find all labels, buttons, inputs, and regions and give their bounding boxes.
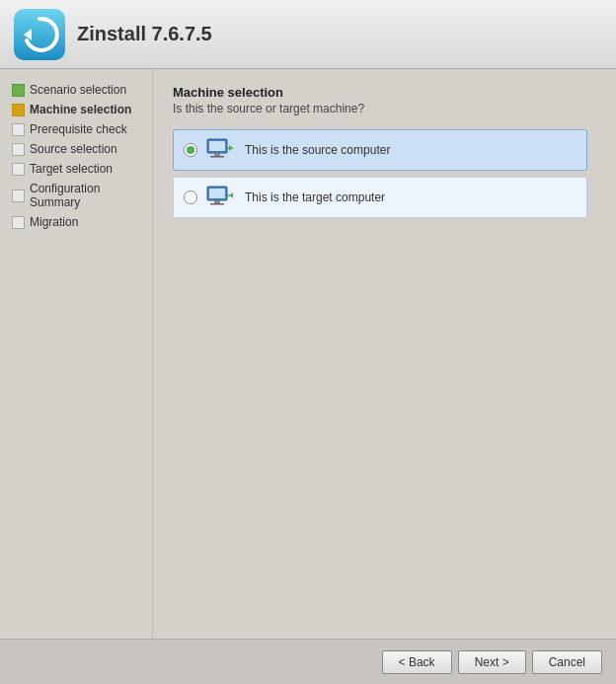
sidebar-item-scenario[interactable]: Scenario selection <box>8 81 144 99</box>
sidebar-item-migration[interactable]: Migration <box>8 213 144 231</box>
main-area: Scenario selection Machine selection Pre… <box>0 69 616 639</box>
radio-source <box>184 143 197 157</box>
svg-rect-11 <box>210 203 224 205</box>
header: Zinstall 7.6.7.5 <box>0 0 616 69</box>
back-button[interactable]: < Back <box>382 650 452 674</box>
sidebar-label-prerequisite: Prerequisite check <box>30 122 127 136</box>
computer-target-icon <box>205 186 235 209</box>
sidebar-label-scenario: Scenario selection <box>30 83 126 97</box>
sidebar-bullet-target <box>12 163 25 176</box>
footer: < Back Next > Cancel <box>0 639 616 684</box>
svg-rect-3 <box>209 141 225 151</box>
sidebar: Scenario selection Machine selection Pre… <box>0 69 153 639</box>
option-source[interactable]: This is the source computer <box>173 129 587 171</box>
sidebar-label-target: Target selection <box>30 162 113 176</box>
sidebar-label-migration: Migration <box>30 215 78 229</box>
sidebar-label-machine: Machine selection <box>30 103 131 116</box>
sidebar-bullet-prerequisite <box>12 123 25 136</box>
sidebar-item-config[interactable]: Configuration Summary <box>8 180 144 211</box>
option-source-label: This is the source computer <box>245 143 390 157</box>
app-logo <box>14 9 65 60</box>
content-area: Machine selection Is this the source or … <box>153 69 616 639</box>
content-title: Machine selection <box>173 85 596 100</box>
sidebar-item-machine[interactable]: Machine selection <box>8 101 144 118</box>
sidebar-label-config: Configuration Summary <box>30 182 140 209</box>
svg-rect-4 <box>214 153 220 156</box>
sidebar-item-prerequisite[interactable]: Prerequisite check <box>8 120 144 138</box>
sidebar-item-source[interactable]: Source selection <box>8 140 144 158</box>
sidebar-bullet-source <box>12 143 25 156</box>
sidebar-bullet-migration <box>12 216 25 229</box>
next-button[interactable]: Next > <box>458 650 526 674</box>
computer-source-icon <box>205 138 235 162</box>
svg-rect-5 <box>210 156 224 158</box>
cancel-button[interactable]: Cancel <box>532 650 602 674</box>
svg-rect-10 <box>214 200 220 203</box>
svg-rect-13 <box>227 195 233 197</box>
content-subtitle: Is this the source or target machine? <box>173 102 596 115</box>
option-target-label: This is the target computer <box>245 190 385 204</box>
svg-rect-9 <box>209 189 225 198</box>
svg-rect-7 <box>227 148 233 150</box>
sidebar-bullet-machine <box>12 104 25 116</box>
sidebar-bullet-config <box>12 190 25 202</box>
radio-target <box>184 190 197 204</box>
app-title: Zinstall 7.6.7.5 <box>77 23 212 45</box>
option-target[interactable]: This is the target computer <box>173 177 587 218</box>
sidebar-item-target[interactable]: Target selection <box>8 160 144 178</box>
sidebar-label-source: Source selection <box>30 142 117 156</box>
sidebar-bullet-scenario <box>12 84 25 97</box>
